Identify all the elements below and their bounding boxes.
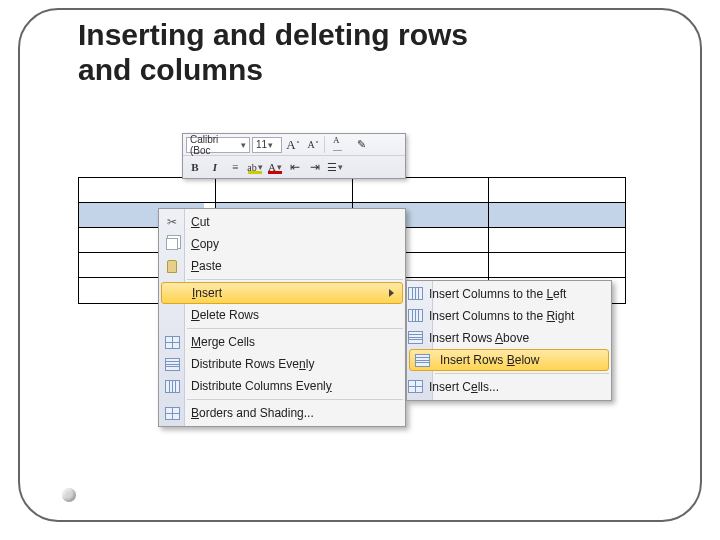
submenu-insert-cells[interactable]: Insert Cells... xyxy=(407,376,611,398)
menu-separator xyxy=(187,399,403,400)
title-line-2: and columns xyxy=(78,53,468,88)
mini-format-toolbar[interactable]: Calibri (Boc▾ 11▾ A˄ A˅ A— ✎ B I ≡ ab ▾ … xyxy=(182,133,406,179)
align-center-icon: ≡ xyxy=(232,161,238,173)
menu-merge-cells[interactable]: Merge Cells xyxy=(159,331,405,353)
menu-separator xyxy=(187,279,403,280)
slide-title: Inserting and deleting rows and columns xyxy=(78,18,468,87)
submenu-insert-cols-left[interactable]: Insert Columns to the Left xyxy=(407,283,611,305)
scissors-icon xyxy=(164,214,180,230)
distribute-rows-icon xyxy=(164,356,180,372)
menu-insert[interactable]: Insert xyxy=(161,282,403,304)
increase-indent-icon: ⇥ xyxy=(310,160,320,175)
menu-paste-label: Paste xyxy=(191,259,222,273)
table-cell xyxy=(489,178,625,202)
table-cell xyxy=(489,228,625,252)
menu-delete-rows[interactable]: Delete Rows xyxy=(159,304,405,326)
submenu-cells-label: Insert Cells... xyxy=(429,380,499,394)
bullet-dot xyxy=(62,488,76,502)
font-size-combo[interactable]: 11▾ xyxy=(252,137,282,153)
table-row xyxy=(79,178,625,203)
menu-paste[interactable]: Paste xyxy=(159,255,405,277)
menu-delete-rows-label: Delete Rows xyxy=(191,308,259,322)
menu-borders-label: Borders and Shading... xyxy=(191,406,314,420)
dropdown-icon: ▾ xyxy=(338,162,343,172)
highlight-color-button[interactable]: ab ▾ xyxy=(246,159,264,176)
submenu-insert-rows-above[interactable]: Insert Rows Above xyxy=(407,327,611,349)
font-name-value: Calibri (Boc xyxy=(190,134,240,156)
decrease-indent-button[interactable]: ⇤ xyxy=(286,159,304,176)
title-line-1: Inserting and deleting rows xyxy=(78,18,468,53)
menu-merge-label: Merge Cells xyxy=(191,335,255,349)
table-cell xyxy=(79,178,216,202)
insert-submenu: Insert Columns to the Left Insert Column… xyxy=(406,280,612,401)
styles-icon: A— xyxy=(333,136,342,154)
submenu-insert-cols-right[interactable]: Insert Columns to the Right xyxy=(407,305,611,327)
menu-distribute-rows[interactable]: Distribute Rows Evenly xyxy=(159,353,405,375)
menu-distribute-rows-label: Distribute Rows Evenly xyxy=(191,357,314,371)
menu-insert-label: Insert xyxy=(192,286,222,300)
increase-indent-button[interactable]: ⇥ xyxy=(306,159,324,176)
dropdown-icon: ▾ xyxy=(241,140,246,150)
dropdown-icon: ▾ xyxy=(268,140,273,150)
table-cell xyxy=(489,253,625,277)
insert-cols-left-icon xyxy=(407,285,423,301)
context-menu: Cut Copy Paste Insert Delete Rows Merge … xyxy=(158,208,406,427)
menu-borders-shading[interactable]: Borders and Shading... xyxy=(159,402,405,424)
align-center-button[interactable]: ≡ xyxy=(226,159,244,176)
bold-button[interactable]: B xyxy=(186,159,204,176)
menu-cut-label: Cut xyxy=(191,215,210,229)
format-painter-button[interactable]: ✎ xyxy=(352,136,370,153)
styles-button[interactable]: A— xyxy=(324,136,350,153)
font-name-combo[interactable]: Calibri (Boc▾ xyxy=(186,137,250,153)
table-cell xyxy=(489,203,625,227)
menu-separator xyxy=(187,328,403,329)
shrink-font-button[interactable]: A˅ xyxy=(304,136,322,153)
merge-icon xyxy=(164,334,180,350)
bullets-icon: ☰ xyxy=(327,161,337,174)
menu-copy-label: Copy xyxy=(191,237,219,251)
decrease-indent-icon: ⇤ xyxy=(290,160,300,175)
submenu-insert-rows-below[interactable]: Insert Rows Below xyxy=(409,349,609,371)
insert-rows-below-icon xyxy=(414,352,430,368)
menu-distribute-cols-label: Distribute Columns Evenly xyxy=(191,379,332,393)
menu-copy[interactable]: Copy xyxy=(159,233,405,255)
submenu-cols-right-label: Insert Columns to the Right xyxy=(429,309,574,323)
grow-font-button[interactable]: A˄ xyxy=(284,136,302,153)
submenu-rows-above-label: Insert Rows Above xyxy=(429,331,529,345)
menu-cut[interactable]: Cut xyxy=(159,211,405,233)
table-cell xyxy=(353,178,490,202)
submenu-arrow-icon xyxy=(389,289,394,297)
table-cell xyxy=(216,178,353,202)
italic-button[interactable]: I xyxy=(206,159,224,176)
insert-cols-right-icon xyxy=(407,307,423,323)
distribute-cols-icon xyxy=(164,378,180,394)
menu-separator xyxy=(435,373,609,374)
insert-cells-icon xyxy=(407,378,423,394)
submenu-cols-left-label: Insert Columns to the Left xyxy=(429,287,566,301)
paste-icon xyxy=(164,258,180,274)
paintbrush-icon: ✎ xyxy=(357,138,366,151)
font-size-value: 11 xyxy=(256,139,267,150)
bullets-button[interactable]: ☰▾ xyxy=(326,159,344,176)
borders-icon xyxy=(164,405,180,421)
font-color-button[interactable]: A ▾ xyxy=(266,159,284,176)
insert-rows-above-icon xyxy=(407,329,423,345)
submenu-rows-below-label: Insert Rows Below xyxy=(440,353,539,367)
menu-distribute-cols[interactable]: Distribute Columns Evenly xyxy=(159,375,405,397)
copy-icon xyxy=(164,236,180,252)
